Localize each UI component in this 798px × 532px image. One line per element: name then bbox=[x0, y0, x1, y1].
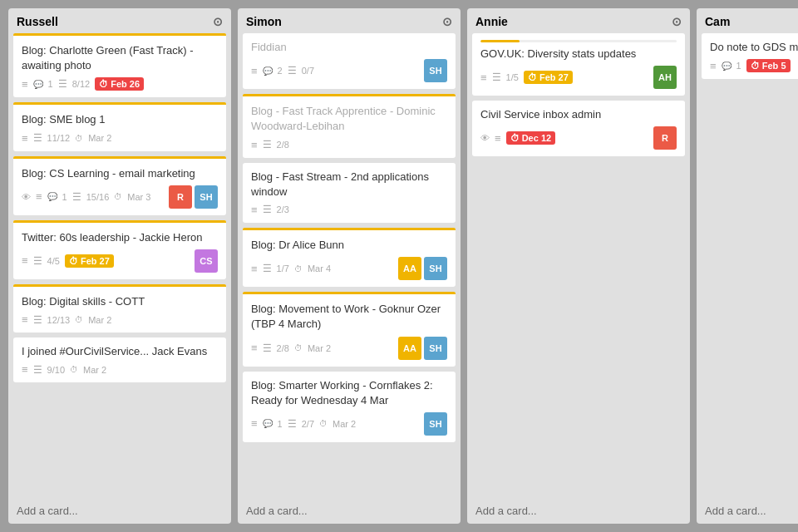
card-meta: ≡☰4/5⏱ Feb 27CS bbox=[22, 249, 218, 273]
card[interactable]: Blog: SME blog 1≡☰11/12⏱Mar 2 bbox=[13, 102, 226, 150]
clock-icon: ⏱ bbox=[294, 264, 303, 273]
card-title: Do note to GDS meeting bbox=[710, 40, 798, 55]
due-date: Mar 3 bbox=[127, 192, 150, 202]
checklist-icon: ☰ bbox=[288, 418, 297, 430]
card-top-bar bbox=[243, 228, 456, 230]
column-settings-icon[interactable]: ⊙ bbox=[672, 15, 682, 28]
due-date: Mar 2 bbox=[88, 315, 111, 325]
card[interactable]: Blog: Digital skills - COTT≡☰12/13⏱Mar 2 bbox=[13, 284, 226, 332]
card[interactable]: Blog: Smarter Working - Cornflakes 2: Re… bbox=[243, 372, 456, 442]
column-settings-icon[interactable]: ⊙ bbox=[213, 15, 223, 28]
card-meta: ≡💬1☰8/12⏱ Feb 26 bbox=[22, 77, 218, 91]
card-top-bar bbox=[243, 94, 456, 96]
checklist-count: 2/8 bbox=[277, 140, 289, 150]
card[interactable]: Blog: CS Learning - email marketing👁≡💬1☰… bbox=[13, 156, 226, 215]
checklist-icon: ☰ bbox=[263, 204, 272, 215]
cards-container: Fiddian≡💬2☰0/7SHBlog - Fast Track Appren… bbox=[238, 33, 461, 498]
list-icon: ≡ bbox=[22, 363, 28, 376]
card-top-bar bbox=[13, 284, 226, 287]
column-title: Russell bbox=[17, 15, 58, 28]
card-title: Blog: Dr Alice Bunn bbox=[251, 238, 447, 253]
checklist-count: 8/12 bbox=[72, 79, 90, 89]
card-title: I joined #OurCivilService... Jack Evans bbox=[22, 344, 218, 359]
card[interactable]: Blog - Fast Track Apprentice - Dominic W… bbox=[243, 94, 456, 157]
card-title: Blog: Smarter Working - Cornflakes 2: Re… bbox=[251, 378, 447, 408]
checklist-icon: ☰ bbox=[33, 255, 42, 267]
card-title: Blog - Fast Track Apprentice - Dominic W… bbox=[251, 104, 447, 134]
due-date: Mar 2 bbox=[332, 419, 356, 429]
list-icon: ≡ bbox=[251, 204, 258, 216]
column-header: Russell⊙ bbox=[8, 8, 231, 33]
list-icon: ≡ bbox=[251, 342, 258, 354]
card-meta: 👁≡💬1☰15/16⏱Mar 3RSH bbox=[22, 185, 218, 209]
checklist-icon: ☰ bbox=[263, 263, 272, 274]
due-date: Mar 4 bbox=[308, 264, 331, 273]
card-avatars: AASH bbox=[398, 337, 447, 360]
add-card-button[interactable]: Add a card... bbox=[467, 498, 690, 524]
avatar: CS bbox=[195, 249, 218, 273]
add-card-button[interactable]: Add a card... bbox=[238, 498, 461, 524]
card-title: Blog: Charlotte Green (Fast Track) - awa… bbox=[22, 43, 218, 73]
due-date: Mar 2 bbox=[83, 365, 106, 375]
checklist-count: 1/5 bbox=[506, 72, 519, 82]
comment-icon: 💬 bbox=[47, 192, 57, 201]
card[interactable]: Twitter: 60s leadership - Jackie Heron≡☰… bbox=[13, 220, 226, 279]
column-header: Cam⊙ bbox=[697, 8, 798, 33]
avatar: AA bbox=[398, 257, 421, 280]
list-icon: ≡ bbox=[22, 313, 28, 326]
eye-icon: 👁 bbox=[22, 192, 31, 202]
comment-icon: 💬 bbox=[263, 419, 273, 428]
card[interactable]: Civil Service inbox admin👁≡⏱ Dec 12R bbox=[472, 101, 685, 156]
card[interactable]: GOV.UK: Diversity stats updates≡☰1/5⏱ Fe… bbox=[472, 33, 685, 96]
card[interactable]: Blog: Movement to Work - Goknur Ozer (TB… bbox=[243, 292, 456, 366]
add-card-button[interactable]: Add a card... bbox=[8, 498, 231, 524]
card[interactable]: Fiddian≡💬2☰0/7SH bbox=[243, 33, 456, 89]
card-avatars: RSH bbox=[169, 185, 218, 209]
column-russell: Russell⊙Blog: Charlotte Green (Fast Trac… bbox=[8, 8, 231, 524]
card-top-bar bbox=[13, 102, 226, 105]
card-meta: ≡☰12/13⏱Mar 2 bbox=[22, 313, 218, 326]
card-avatars: CS bbox=[195, 249, 218, 273]
column-title: Simon bbox=[246, 15, 282, 28]
card[interactable]: Do note to GDS meeting≡💬1⏱ Feb 5 bbox=[702, 33, 798, 79]
checklist-count: 2/8 bbox=[277, 343, 289, 353]
board: Russell⊙Blog: Charlotte Green (Fast Trac… bbox=[0, 0, 798, 532]
avatar: AH bbox=[653, 66, 677, 89]
progress-bar bbox=[480, 40, 677, 42]
column-title: Cam bbox=[705, 15, 730, 28]
card-meta: ≡☰2/3 bbox=[251, 204, 447, 216]
card-avatars: R bbox=[653, 126, 677, 150]
card-meta: ≡☰9/10⏱Mar 2 bbox=[22, 363, 218, 376]
checklist-icon: ☰ bbox=[33, 364, 42, 376]
column-simon: Simon⊙Fiddian≡💬2☰0/7SHBlog - Fast Track … bbox=[238, 8, 461, 524]
due-date-badge: ⏱ Feb 26 bbox=[95, 77, 144, 91]
column-settings-icon[interactable]: ⊙ bbox=[442, 15, 452, 28]
card-title: GOV.UK: Diversity stats updates bbox=[480, 47, 677, 62]
column-cam: Cam⊙Do note to GDS meeting≡💬1⏱ Feb 5Add … bbox=[697, 8, 798, 524]
card-meta: 👁≡⏱ Dec 12R bbox=[480, 126, 677, 150]
card-title: Twitter: 60s leadership - Jackie Heron bbox=[22, 230, 218, 245]
card[interactable]: Blog - Fast Stream - 2nd applications wi… bbox=[243, 163, 456, 223]
card-title: Fiddian bbox=[251, 40, 447, 55]
card-title: Blog: Digital skills - COTT bbox=[22, 294, 218, 309]
comment-count: 2 bbox=[278, 66, 283, 76]
card-title: Blog: SME blog 1 bbox=[22, 112, 218, 127]
cards-container: Blog: Charlotte Green (Fast Track) - awa… bbox=[8, 33, 231, 498]
card[interactable]: Blog: Charlotte Green (Fast Track) - awa… bbox=[13, 33, 226, 97]
card-top-bar bbox=[13, 220, 226, 223]
add-card-button[interactable]: Add a card... bbox=[697, 498, 798, 524]
cards-container: GOV.UK: Diversity stats updates≡☰1/5⏱ Fe… bbox=[467, 33, 690, 498]
due-date: Mar 2 bbox=[88, 133, 111, 143]
card[interactable]: I joined #OurCivilService... Jack Evans≡… bbox=[13, 337, 226, 382]
card-top-bar bbox=[13, 33, 226, 36]
card-meta: ≡💬1☰2/7⏱Mar 2SH bbox=[251, 412, 447, 436]
checklist-count: 9/10 bbox=[47, 365, 65, 375]
card[interactable]: Blog: Dr Alice Bunn≡☰1/7⏱Mar 4AASH bbox=[243, 228, 456, 287]
list-icon: ≡ bbox=[710, 60, 717, 72]
comment-icon: 💬 bbox=[33, 80, 43, 89]
checklist-icon: ☰ bbox=[58, 78, 67, 90]
clock-icon: ⏱ bbox=[70, 365, 78, 374]
clock-icon: ⏱ bbox=[114, 192, 122, 201]
card-meta: ≡☰11/12⏱Mar 2 bbox=[22, 132, 218, 145]
comment-icon: 💬 bbox=[722, 62, 732, 71]
